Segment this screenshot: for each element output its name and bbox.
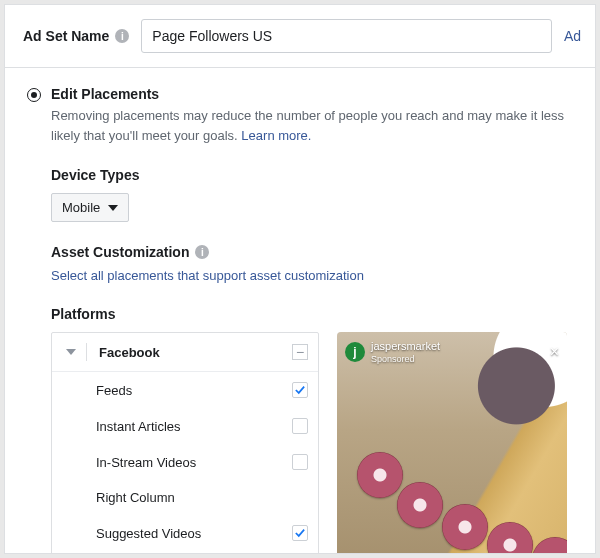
preview-brand: jaspersmarket Sponsored <box>371 340 440 365</box>
placement-feeds[interactable]: Feeds <box>52 372 318 408</box>
edit-placements-desc: Removing placements may reduce the numbe… <box>51 106 573 145</box>
adset-name-row: Ad Set Name i Ad <box>5 5 595 68</box>
placement-label: Instant Articles <box>96 419 292 434</box>
device-types-label: Device Types <box>51 167 573 183</box>
device-types-dropdown[interactable]: Mobile <box>51 193 129 222</box>
placement-label: Feeds <box>96 383 292 398</box>
placement-right-column[interactable]: Right Column <box>52 480 318 515</box>
edit-placements-title: Edit Placements <box>51 86 159 102</box>
checkbox-checked[interactable] <box>292 382 308 398</box>
placement-label: Right Column <box>96 490 308 505</box>
checkbox-unchecked[interactable] <box>292 454 308 470</box>
adset-name-label: Ad Set Name <box>23 28 109 44</box>
info-icon[interactable]: i <box>115 29 129 43</box>
preview-image-detail <box>357 452 403 498</box>
placement-label: In-Stream Videos <box>96 455 292 470</box>
select-all-asset-link[interactable]: Select all placements that support asset… <box>51 268 364 283</box>
placement-in-stream-videos[interactable]: In-Stream Videos <box>52 444 318 480</box>
preview-image-detail <box>442 504 488 550</box>
edit-placements-radio[interactable]: Edit Placements <box>27 86 573 102</box>
preview-image-detail <box>397 482 443 528</box>
ad-preview: j jaspersmarket Sponsored × <box>337 332 567 554</box>
placement-suggested-videos[interactable]: Suggested Videos <box>52 515 318 551</box>
radio-icon <box>27 88 41 102</box>
chevron-down-icon <box>108 205 118 211</box>
placement-label: Suggested Videos <box>96 526 292 541</box>
checkbox-checked[interactable] <box>292 525 308 541</box>
adset-name-input[interactable] <box>141 19 552 53</box>
close-icon[interactable]: × <box>550 343 559 361</box>
device-types-value: Mobile <box>62 200 100 215</box>
learn-more-link[interactable]: Learn more. <box>241 128 311 143</box>
placement-instant-articles[interactable]: Instant Articles <box>52 408 318 444</box>
platform-group-facebook[interactable]: Facebook − <box>52 333 318 372</box>
chevron-down-icon <box>66 349 76 355</box>
adset-right-link[interactable]: Ad <box>564 28 581 44</box>
placement-marketplace[interactable]: Marketplace <box>52 551 318 554</box>
divider <box>86 343 87 361</box>
asset-customization-label: Asset Customization i <box>51 244 573 260</box>
info-icon[interactable]: i <box>195 245 209 259</box>
platforms-label: Platforms <box>51 306 573 322</box>
platform-name: Facebook <box>99 345 292 360</box>
platform-list: Facebook − Feeds Instant Articles In-Str… <box>51 332 319 554</box>
minus-icon[interactable]: − <box>292 344 308 360</box>
checkbox-unchecked[interactable] <box>292 418 308 434</box>
brand-logo-icon: j <box>345 342 365 362</box>
